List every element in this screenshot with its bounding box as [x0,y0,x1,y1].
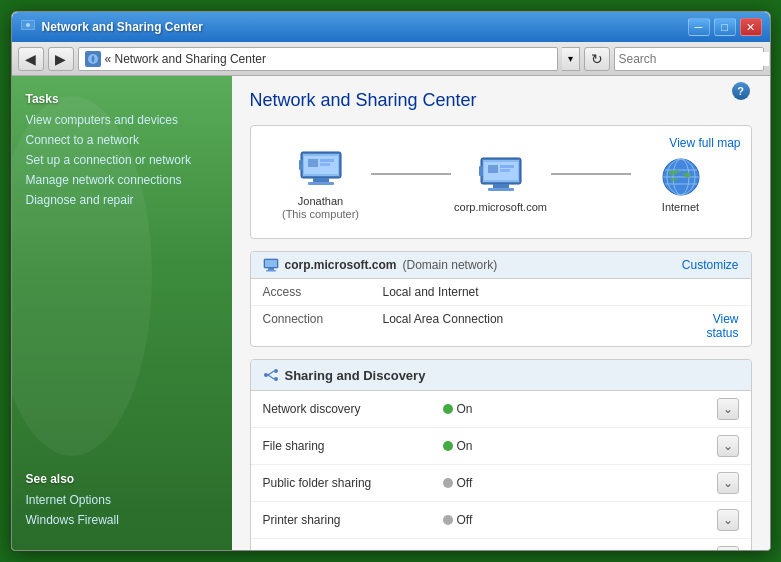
svg-rect-20 [500,165,514,168]
sharing-status-printer-sharing: Off [443,513,717,527]
svg-rect-12 [320,163,330,166]
svg-rect-21 [500,169,510,172]
maximize-button[interactable]: □ [714,18,736,36]
customize-link[interactable]: Customize [682,258,739,272]
svg-line-35 [268,371,274,375]
sharing-header: Sharing and Discovery [251,360,751,391]
access-value: Local and Internet [383,285,739,299]
sidebar-item-windows-firewall[interactable]: Windows Firewall [12,510,232,530]
status-dot-public-folder [443,478,453,488]
main-content: Tasks View computers and devices Connect… [12,76,770,550]
sidebar-item-connect-network[interactable]: Connect to a network [12,130,232,150]
network-node-jonathan: Jonathan (This computer) [271,148,371,220]
svg-line-36 [268,375,274,379]
svg-rect-16 [493,184,509,188]
sharing-status-public-folder: Off [443,476,717,490]
network-info-section: corp.microsoft.com (Domain network) Cust… [250,251,752,347]
sidebar-item-diagnose[interactable]: Diagnose and repair [12,190,232,210]
network-info-icon [263,258,279,272]
svg-rect-6 [299,160,303,170]
search-field[interactable]: 🔍 [614,47,764,71]
sharing-row-printer-sharing: Printer sharing Off ⌄ [251,502,751,539]
address-dropdown[interactable]: ▾ [562,47,580,71]
network-node-internet: Internet [631,154,731,214]
connection-label: Connection [263,312,383,326]
sharing-icon [263,367,279,383]
computer-icon-corp [473,154,529,200]
sidebar-tasks-section: Tasks View computers and devices Connect… [12,86,232,210]
sidebar-item-manage-connections[interactable]: Manage network connections [12,170,232,190]
sharing-label-network-discovery: Network discovery [263,402,443,416]
connection-value: Local Area Connection [383,312,697,326]
sharing-title: Sharing and Discovery [285,368,426,383]
network-diagram: Jonathan (This computer) [263,138,739,226]
help-button[interactable]: ? [732,82,750,100]
sidebar-item-setup-connection[interactable]: Set up a connection or network [12,150,232,170]
svg-rect-10 [308,159,318,167]
network-line-1 [371,173,451,175]
sharing-row-file-sharing: File sharing On ⌄ [251,428,751,465]
network-info-name: corp.microsoft.com [285,258,397,272]
access-label: Access [263,285,383,299]
svg-point-33 [274,369,278,373]
expand-public-folder[interactable]: ⌄ [717,472,739,494]
address-field[interactable]: « Network and Sharing Center [78,47,558,71]
address-bar: ◀ ▶ « Network and Sharing Center ▾ ↻ 🔍 [12,42,770,76]
svg-point-2 [26,23,30,27]
status-text-public-folder: Off [457,476,473,490]
sidebar-item-internet-options[interactable]: Internet Options [12,490,232,510]
sidebar-tasks-heading: Tasks [12,86,232,110]
sharing-status-file-sharing: On [443,439,717,453]
expand-network-discovery[interactable]: ⌄ [717,398,739,420]
main-window: Network and Sharing Center ─ □ ✕ ◀ ▶ « N… [11,11,771,551]
title-bar-left: Network and Sharing Center [20,19,203,35]
computer-icon-jonathan [293,148,349,194]
svg-rect-11 [320,159,334,162]
svg-rect-30 [268,268,274,270]
sidebar-item-view-computers[interactable]: View computers and devices [12,110,232,130]
view-full-map-link[interactable]: View full map [669,136,740,150]
window-icon [20,19,36,35]
sharing-row-network-discovery: Network discovery On ⌄ [251,391,751,428]
svg-rect-31 [266,270,276,272]
status-text-file-sharing: On [457,439,473,453]
sidebar: Tasks View computers and devices Connect… [12,76,232,550]
info-row-access: Access Local and Internet [251,279,751,306]
page-title: Network and Sharing Center [250,90,752,111]
status-text-network-discovery: On [457,402,473,416]
network-info-header: corp.microsoft.com (Domain network) Cust… [251,252,751,279]
status-text-printer-sharing: Off [457,513,473,527]
svg-rect-7 [313,178,329,182]
minimize-button[interactable]: ─ [688,18,710,36]
address-icon [85,51,101,67]
svg-rect-15 [479,166,483,176]
svg-rect-8 [308,182,334,185]
node-label-internet: Internet [662,200,699,214]
sharing-label-file-sharing: File sharing [263,439,443,453]
back-button[interactable]: ◀ [18,47,44,71]
status-dot-network-discovery [443,404,453,414]
svg-point-34 [274,377,278,381]
expand-media-sharing[interactable]: ⌄ [717,546,739,550]
sharing-row-public-folder: Public folder sharing Off ⌄ [251,465,751,502]
content-area: ? Network and Sharing Center View full m… [232,76,770,550]
close-button[interactable]: ✕ [740,18,762,36]
network-info-title: corp.microsoft.com (Domain network) [263,258,498,272]
window-title: Network and Sharing Center [42,20,203,34]
view-status-link[interactable]: Viewstatus [706,312,738,340]
sharing-row-media-sharing: Media sharing Off ⌄ [251,539,751,550]
node-sublabel-jonathan: (This computer) [282,208,359,220]
expand-file-sharing[interactable]: ⌄ [717,435,739,457]
sharing-section: Sharing and Discovery Network discovery … [250,359,752,550]
node-label-jonathan: Jonathan [298,194,343,208]
search-input[interactable] [619,52,769,66]
expand-printer-sharing[interactable]: ⌄ [717,509,739,531]
window-controls: ─ □ ✕ [688,18,762,36]
network-node-corp: corp.microsoft.com [451,154,551,214]
status-dot-file-sharing [443,441,453,451]
refresh-button[interactable]: ↻ [584,47,610,71]
forward-button[interactable]: ▶ [48,47,74,71]
svg-rect-19 [488,165,498,173]
title-bar: Network and Sharing Center ─ □ ✕ [12,12,770,42]
sharing-status-network-discovery: On [443,402,717,416]
